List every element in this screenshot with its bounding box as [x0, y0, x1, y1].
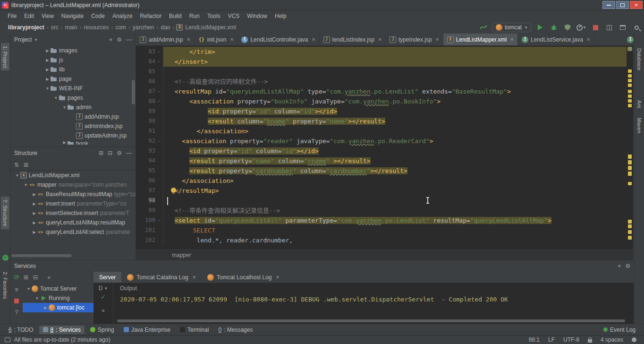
run-config-selector[interactable]: tomcat ▼	[492, 23, 531, 32]
overflow-icon[interactable]: »	[93, 307, 113, 314]
collapse-arrow-icon[interactable]: ▼	[25, 287, 32, 291]
search-everywhere-button[interactable]	[632, 23, 641, 32]
code-text[interactable]: <result property="name" column="rname" >…	[163, 156, 633, 166]
toolwindow-button-8-services[interactable]: 8: Services	[39, 326, 85, 334]
code-text[interactable]: <resultMap id="queryLendListAllMap" type…	[163, 86, 633, 96]
menu-item-edit[interactable]: Edit	[20, 11, 38, 21]
warning-mark-icon[interactable]	[628, 79, 632, 82]
expand-arrow-icon[interactable]: ▶	[42, 306, 49, 310]
editor-tab-typeIndex.jsp[interactable]: JtypeIndex.jsp×	[386, 34, 443, 45]
tab-close-icon[interactable]: ×	[378, 36, 381, 43]
hector-icon[interactable]	[632, 337, 636, 342]
service-item-tomcat-server[interactable]: ▼Tomcat Server	[23, 284, 93, 293]
structure-item-insert-insert[interactable]: ▶<>insert:insert parameterType="co	[10, 199, 136, 208]
encoding-widget[interactable]: UTF-8	[563, 336, 579, 343]
expand-arrow-icon[interactable]: ▶	[31, 221, 37, 225]
help-icon[interactable]: ?	[15, 309, 18, 316]
warning-mark-icon[interactable]	[628, 182, 632, 185]
structure-hscrollbar[interactable]	[11, 254, 72, 257]
toolwindow-button-0-messages[interactable]: 0: Messages	[214, 326, 256, 334]
code-editor[interactable]: 83− </trim>84− </insert>8586 <!--高级查询对应的…	[136, 46, 633, 249]
debug-button[interactable]	[549, 23, 559, 32]
collapse-arrow-icon[interactable]: ▼	[23, 183, 29, 187]
menu-item-vcs[interactable]: VCS	[224, 11, 244, 21]
close-button[interactable]: ×	[630, 1, 643, 9]
project-item-lib[interactable]: ▶lib	[10, 65, 136, 74]
warning-mark-icon[interactable]	[628, 69, 632, 73]
expand-arrow-icon[interactable]: ▶	[44, 77, 51, 81]
tab-close-icon[interactable]: ×	[510, 36, 514, 43]
services-tab-tomcat-catalina-log[interactable]: Tomcat Catalina Log×	[121, 272, 201, 283]
toolwindow-button-event-log[interactable]: Event Log	[600, 326, 639, 334]
menu-item-analyze[interactable]: Analyze	[109, 11, 136, 21]
toolwindow-button-6-todo[interactable]: 6: TODO	[5, 326, 37, 334]
structure-item-baseresultmap-resultmap[interactable]: ▶<>BaseResultMap:resultMap type="com	[10, 189, 136, 199]
stripe-button-ant[interactable]: Ant	[635, 97, 644, 111]
project-item-pages[interactable]: ▼pages	[10, 93, 136, 103]
structure-item-querylendlistallmap-resultmap[interactable]: ▶<>queryLendListAllMap:resultMap	[10, 218, 136, 227]
warning-mark-icon[interactable]	[628, 95, 632, 98]
breadcrumb-item[interactable]: dao	[160, 24, 170, 31]
fold-icon[interactable]: −	[155, 215, 163, 225]
collapse-arrow-icon[interactable]: ▼	[44, 86, 51, 91]
intention-bulb-icon[interactable]	[171, 188, 176, 193]
run-button[interactable]	[535, 23, 545, 32]
fold-icon[interactable]: −	[155, 57, 163, 67]
tab-close-icon[interactable]: ×	[276, 274, 280, 281]
warning-mark-icon[interactable]	[628, 104, 632, 107]
stop-server-icon[interactable]	[14, 299, 19, 303]
menu-item-view[interactable]: View	[38, 11, 58, 21]
structure-item-mapper[interactable]: ▼<>mapper namespace="com.yanzhen	[10, 180, 136, 189]
project-scrollbar[interactable]	[132, 80, 135, 104]
service-item-tomcat-loc[interactable]: ▶tomcat [loc	[23, 303, 93, 312]
expand-all-icon[interactable]: ⊞	[24, 274, 28, 281]
toolwindow-button-java-enterprise[interactable]: Java Enterprise	[120, 326, 174, 334]
collapse-arrow-icon[interactable]: ▼	[53, 96, 59, 100]
editor-tab-LendListController.java[interactable]: CLendListController.java×	[237, 34, 319, 45]
warning-mark-icon[interactable]	[628, 230, 632, 234]
code-text[interactable]: <select id="queryLendListAll" parameterT…	[163, 215, 633, 225]
stripe-button-maven[interactable]: Maven	[635, 115, 644, 136]
web-toolwindow-icon[interactable]	[2, 255, 8, 261]
breadcrumb-item[interactable]: src	[51, 24, 59, 31]
code-text[interactable]: lend.*, reader.cardnumber,	[163, 235, 633, 245]
tab-close-icon[interactable]: ×	[587, 36, 590, 43]
project-item-page[interactable]: ▶page	[10, 74, 136, 84]
menu-item-navigate[interactable]: Navigate	[58, 11, 87, 21]
menu-item-window[interactable]: Window	[243, 11, 271, 21]
breadcrumb-item[interactable]: XLendListMapper.xml	[176, 24, 236, 31]
tab-close-icon[interactable]: ×	[312, 36, 315, 43]
code-text[interactable]: <!--高级查询对应的映射文件-->	[163, 77, 633, 86]
tab-close-icon[interactable]: ×	[193, 274, 196, 281]
indent-widget[interactable]: 4 spaces	[601, 336, 623, 343]
warning-mark-icon[interactable]	[628, 172, 632, 176]
expand-arrow-icon[interactable]: ▶	[44, 68, 51, 72]
sort-alpha-icon[interactable]: ⇅	[14, 162, 19, 168]
menu-item-help[interactable]: Help	[271, 11, 290, 21]
collapse-arrow-icon[interactable]: ▼	[14, 173, 20, 178]
locate-icon[interactable]: ⌖	[109, 36, 112, 43]
caret-position-widget[interactable]: 98:1	[529, 336, 540, 343]
project-item-adminindex-jsp[interactable]: JadminIndex.jsp	[10, 121, 136, 131]
stripe-button-favorites[interactable]: 2: Favorites	[1, 269, 9, 301]
breadcrumb-item[interactable]: libraryproject	[8, 24, 45, 31]
expand-arrow-icon[interactable]: ▶	[44, 58, 51, 62]
collapse-arrow-icon[interactable]: ▼	[34, 296, 40, 301]
warning-mark-icon[interactable]	[628, 84, 632, 87]
stripe-button-structure[interactable]: 7: Structure	[1, 197, 9, 229]
code-text[interactable]: <id property="id" column="id"></id>	[163, 146, 633, 156]
expand-arrow-icon[interactable]: ▶	[31, 202, 37, 206]
menu-item-build[interactable]: Build	[165, 11, 186, 21]
stripe-button-project[interactable]: 1: Project	[1, 43, 9, 70]
code-text[interactable]: </trim>	[163, 47, 633, 57]
project-item-admin[interactable]: ▼admin	[10, 103, 136, 112]
expand-arrow-icon[interactable]: ▶	[61, 140, 68, 145]
expand-arrow-icon[interactable]: ▶	[31, 211, 37, 215]
collapse-all-icon[interactable]: ⊟	[108, 150, 112, 156]
expand-arrow-icon[interactable]: ▶	[44, 49, 51, 53]
toolwindow-button-spring[interactable]: Spring	[86, 326, 118, 334]
collapse-all-icon[interactable]: ⊟	[33, 274, 38, 281]
editor-tab-LendListService.java[interactable]: ILendListService.java×	[518, 34, 594, 45]
code-text[interactable]: </resultMap>	[163, 186, 633, 196]
project-item-js[interactable]: ▶js	[10, 55, 136, 65]
